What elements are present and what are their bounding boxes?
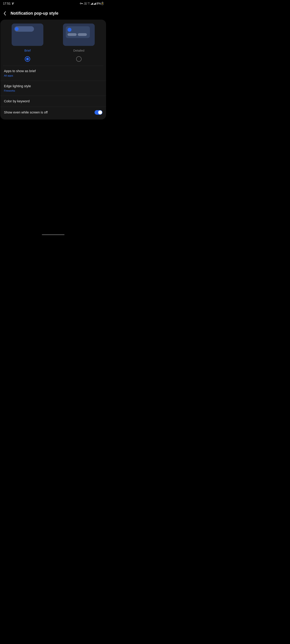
row-edge-lighting[interactable]: Edge lighting style Fireworks: [0, 81, 106, 96]
brief-radio[interactable]: [25, 56, 30, 62]
brief-label: Brief: [24, 49, 31, 52]
network-indicator: 4G+ ↓↑: [88, 2, 90, 5]
row-color-title: Color by keyword: [4, 99, 102, 103]
detailed-box-icon: [66, 26, 90, 38]
page-title: Notification pop-up style: [11, 11, 59, 16]
detailed-radio[interactable]: [76, 56, 82, 62]
brief-dot-icon: [15, 27, 19, 31]
row-apps-value: All apps: [4, 74, 102, 77]
battery-percent: 8%: [97, 2, 101, 5]
detailed-label: Detailed: [73, 49, 84, 52]
signal-icon-1: [91, 2, 93, 5]
row-apps-title: Apps to show as brief: [4, 69, 102, 73]
detailed-pills-icon: [68, 33, 88, 36]
row-edge-value: Fireworks: [4, 89, 102, 92]
vpn-key-icon: [80, 2, 83, 5]
status-right: Vo)) LTE1 4G+ ↓↑ 8% ⚡: [80, 2, 103, 5]
signal-icon-2: [94, 2, 96, 5]
svg-point-0: [80, 3, 81, 4]
svg-rect-3: [82, 3, 82, 4]
row-color-keyword[interactable]: Color by keyword: [0, 96, 106, 107]
status-left: 17:51 V: [3, 2, 14, 5]
brief-preview: [12, 24, 43, 46]
row-apps-to-show[interactable]: Apps to show as brief All apps: [0, 66, 106, 81]
volte-indicator: Vo)) LTE1: [84, 2, 87, 5]
detailed-dot-icon: [68, 28, 72, 32]
status-time: 17:51: [3, 2, 11, 5]
svg-rect-2: [83, 3, 83, 4]
row-show-while-off[interactable]: Show even while screen is off: [0, 107, 106, 118]
show-off-toggle[interactable]: [95, 110, 102, 115]
brief-pill-icon: [14, 26, 34, 32]
page-header: Notification pop-up style: [0, 6, 106, 18]
style-chooser: Brief Detailed: [0, 20, 106, 62]
status-bar: 17:51 V Vo)) LTE1 4G+ ↓↑ 8% ⚡: [0, 0, 106, 6]
detailed-preview: [63, 24, 95, 46]
home-indicator[interactable]: [42, 234, 65, 235]
battery-icon: ⚡: [102, 2, 103, 5]
style-option-brief[interactable]: Brief: [2, 24, 53, 62]
status-icon: V: [12, 2, 14, 5]
row-show-off-title: Show even while screen is off: [4, 110, 48, 114]
style-option-detailed[interactable]: Detailed: [53, 24, 105, 62]
back-button[interactable]: [3, 11, 7, 16]
settings-card: Brief Detailed Apps to show as brief All…: [0, 20, 106, 120]
row-edge-title: Edge lighting style: [4, 84, 102, 88]
